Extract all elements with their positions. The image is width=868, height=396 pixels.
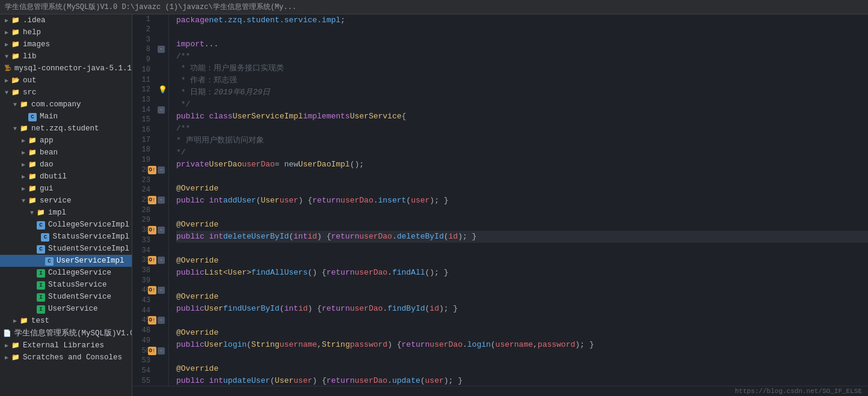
code-content[interactable]: package net.zzq.student.service.impl;imp… [169, 14, 868, 386]
gutter-row-14: 14- [132, 105, 168, 115]
tree-arrow-help[interactable]: ▶ [2, 29, 11, 36]
sidebar-item-net.zzq.student[interactable]: ▼📁net.zzq.student [0, 123, 132, 135]
tree-icon-lib: 📁 [11, 52, 20, 61]
sidebar-item-impl[interactable]: ▼📁impl [0, 207, 132, 219]
sidebar-item-UserServiceImpl[interactable]: CUserServiceImpl [0, 255, 132, 267]
gutter-row-13: 13 [132, 95, 168, 105]
sidebar-item-com.company[interactable]: ▼📁com.company [0, 99, 132, 111]
fold-marker-20[interactable]: - [158, 166, 165, 174]
gutter-row-33: 33 [132, 235, 168, 245]
tree-label-StudentServiceImpl: StudentServiceImpl [48, 245, 129, 253]
fold-marker-50[interactable]: - [158, 347, 165, 355]
file-tree: ▶📁.idea▶📁help▶📁images▼📁lib🗜mysql-connect… [0, 14, 132, 396]
sidebar-item-dao[interactable]: ▶📁dao [0, 159, 132, 171]
tree-arrow-bean[interactable]: ▶ [19, 149, 28, 156]
sidebar-item-iml-file[interactable]: 📄学生信息管理系统(MySQL版)V1.0.iml [0, 327, 132, 340]
line-num-15: 15 [134, 115, 150, 124]
code-editor: 1238-9101112💡1314-151617181920O↑-232425O… [132, 14, 868, 396]
tree-arrow-test[interactable]: ▶ [11, 317, 19, 324]
tree-label-UserServiceImpl: UserServiceImpl [57, 257, 125, 265]
tree-label-idea: .idea [23, 16, 46, 25]
code-line-30: public List<User> findAllUsers() { retur… [176, 267, 868, 279]
fold-marker-35[interactable]: - [158, 257, 165, 264]
sidebar-item-out[interactable]: ▶📂out [0, 75, 132, 87]
lightbulb-12[interactable]: 💡 [158, 85, 167, 94]
override-marker-20[interactable]: O↑ [148, 166, 156, 174]
override-marker-30[interactable]: O↑ [148, 226, 156, 234]
tree-label-StudentService: StudentService [48, 293, 111, 301]
fold-marker-30[interactable]: - [158, 227, 165, 234]
tree-arrow-dao[interactable]: ▶ [19, 161, 28, 168]
tree-icon-UserService: I [36, 304, 46, 314]
sidebar-item-StatusService[interactable]: IStatusService [0, 279, 132, 291]
gutter-row-20: 20O↑- [132, 165, 168, 175]
tree-icon-net.zzq.student: 📁 [19, 124, 29, 133]
sidebar-item-CollegeService[interactable]: ICollegeService [0, 267, 132, 279]
override-marker-45[interactable]: O↑ [148, 316, 156, 324]
sidebar-item-test[interactable]: ▶📁test [0, 315, 132, 327]
tree-arrow-app[interactable]: ▶ [19, 137, 28, 144]
line-num-29: 29 [134, 216, 150, 224]
tree-arrow-lib[interactable]: ▼ [2, 53, 11, 60]
gutter-icons-25: O↑- [153, 196, 167, 204]
tree-arrow-com.company[interactable]: ▼ [11, 102, 19, 108]
tree-arrow-gui[interactable]: ▶ [19, 185, 28, 192]
sidebar-item-lib[interactable]: ▼📁lib [0, 50, 132, 62]
sidebar-item-StudentService[interactable]: IStudentService [0, 291, 132, 303]
tree-arrow-net.zzq.student[interactable]: ▼ [11, 126, 19, 132]
tree-arrow-impl[interactable]: ▼ [28, 210, 36, 216]
sidebar-item-service[interactable]: ▼📁service [0, 195, 132, 207]
line-gutter: 1238-9101112💡1314-151617181920O↑-232425O… [132, 14, 169, 386]
line-num-39: 39 [134, 276, 150, 285]
tree-arrow-scratches[interactable]: ▶ [2, 354, 11, 361]
sidebar-item-StudentServiceImpl[interactable]: CStudentServiceImpl [0, 243, 132, 255]
gutter-icons-45: O↑- [153, 316, 167, 324]
gutter-row-28: 28 [132, 205, 168, 215]
tree-label-service: service [40, 196, 72, 205]
code-line-33 [176, 279, 868, 291]
tree-arrow-out[interactable]: ▶ [2, 77, 11, 84]
fold-marker-14[interactable]: - [158, 106, 165, 114]
override-marker-50[interactable]: O↑ [148, 347, 156, 355]
override-marker-35[interactable]: O↑ [148, 256, 156, 264]
tree-icon-help: 📁 [11, 28, 20, 37]
tree-arrow-src[interactable]: ▼ [2, 90, 11, 96]
tree-arrow-images[interactable]: ▶ [2, 41, 11, 48]
tree-label-Main: Main [40, 112, 58, 121]
fold-marker-25[interactable]: - [158, 196, 165, 204]
title-bar: 学生信息管理系统(MySQL版)V1.0 D:\javazc (1)\javaz… [0, 0, 868, 14]
sidebar-item-UserService[interactable]: IUserService [0, 303, 132, 315]
override-marker-40[interactable]: O↑ [148, 286, 156, 294]
sidebar-item-idea[interactable]: ▶📁.idea [0, 14, 132, 26]
tree-arrow-service[interactable]: ▼ [19, 198, 28, 204]
sidebar-item-CollegeServiceImpl[interactable]: CCollegeServiceImpl [0, 219, 132, 231]
sidebar-item-Main[interactable]: CMain [0, 111, 132, 123]
sidebar-item-images[interactable]: ▶📁images [0, 38, 132, 50]
sidebar-item-src[interactable]: ▼📁src [0, 87, 132, 99]
fold-marker-40[interactable]: - [158, 287, 165, 294]
tree-label-StatusServiceImpl: StatusServiceImpl [52, 233, 129, 241]
code-line-34: @Override [176, 291, 868, 303]
gutter-row-50: 50O↑- [132, 346, 168, 356]
sidebar-item-dbutil[interactable]: ▶📁dbutil [0, 171, 132, 183]
gutter-row-17: 17 [132, 135, 168, 145]
gutter-icons-30: O↑- [153, 226, 167, 234]
tree-arrow-idea[interactable]: ▶ [2, 17, 11, 24]
tree-arrow-dbutil[interactable]: ▶ [19, 173, 28, 180]
sidebar-item-ext-libs[interactable]: ▶📁External Libraries [0, 340, 132, 352]
sidebar-item-bean[interactable]: ▶📁bean [0, 147, 132, 159]
tree-arrow-ext-libs[interactable]: ▶ [2, 342, 11, 349]
code-line-3: import ... [176, 38, 868, 50]
sidebar-item-StatusServiceImpl[interactable]: CStatusServiceImpl [0, 231, 132, 243]
override-marker-25[interactable]: O↑ [148, 196, 156, 204]
sidebar-item-scratches[interactable]: ▶📁Scratches and Consoles [0, 352, 132, 364]
sidebar-item-help[interactable]: ▶📁help [0, 26, 132, 38]
tree-icon-StatusService: I [36, 280, 46, 290]
fold-marker-8[interactable]: - [158, 46, 165, 53]
sidebar-item-gui[interactable]: ▶📁gui [0, 183, 132, 195]
gutter-row-2: 2 [132, 25, 168, 35]
fold-marker-45[interactable]: - [158, 317, 165, 324]
gutter-row-29: 29 [132, 215, 168, 225]
sidebar-item-app[interactable]: ▶📁app [0, 135, 132, 147]
sidebar-item-mysql-jar[interactable]: 🗜mysql-connector-java-5.1.16-bin.jar [0, 62, 132, 75]
